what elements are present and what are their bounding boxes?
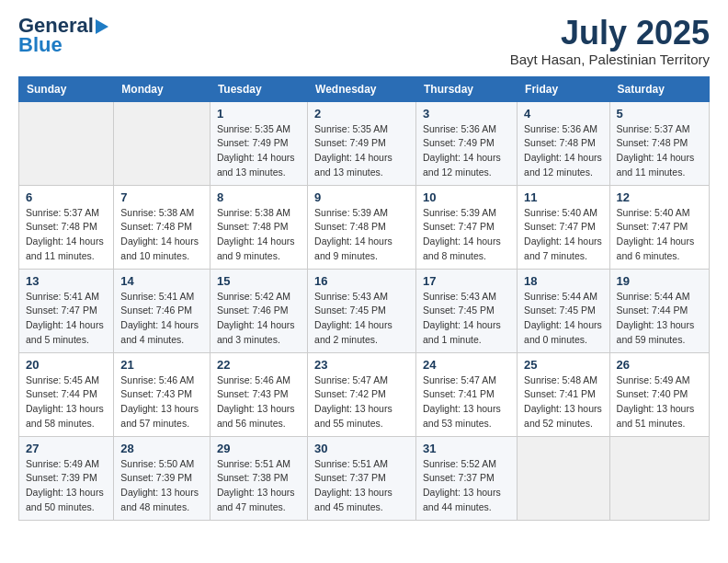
day-cell: 2Sunrise: 5:35 AMSunset: 7:49 PMDaylight… (308, 101, 416, 185)
day-info: Sunrise: 5:44 AMSunset: 7:45 PMDaylight:… (524, 290, 602, 348)
day-number: 6 (26, 190, 107, 204)
day-number: 7 (120, 190, 203, 204)
day-info: Sunrise: 5:37 AMSunset: 7:48 PMDaylight:… (617, 122, 702, 180)
day-info: Sunrise: 5:43 AMSunset: 7:45 PMDaylight:… (423, 290, 510, 348)
day-number: 1 (217, 107, 301, 121)
day-cell: 9Sunrise: 5:39 AMSunset: 7:48 PMDaylight… (308, 185, 416, 269)
day-info: Sunrise: 5:43 AMSunset: 7:45 PMDaylight:… (314, 290, 409, 348)
day-cell: 12Sunrise: 5:40 AMSunset: 7:47 PMDayligh… (609, 185, 709, 269)
header-cell-sunday: Sunday (19, 76, 114, 101)
day-cell: 1Sunrise: 5:35 AMSunset: 7:49 PMDaylight… (210, 101, 307, 185)
title-block: July 2025 Bayt Hasan, Palestinian Territ… (510, 15, 710, 67)
day-number: 31 (423, 442, 510, 455)
day-info: Sunrise: 5:46 AMSunset: 7:43 PMDaylight:… (217, 373, 301, 431)
day-cell: 28Sunrise: 5:50 AMSunset: 7:39 PMDayligh… (114, 436, 210, 520)
day-info: Sunrise: 5:44 AMSunset: 7:44 PMDaylight:… (617, 290, 702, 348)
calendar-body: 1Sunrise: 5:35 AMSunset: 7:49 PMDaylight… (19, 101, 710, 520)
day-info: Sunrise: 5:51 AMSunset: 7:38 PMDaylight:… (217, 457, 301, 515)
day-info: Sunrise: 5:39 AMSunset: 7:47 PMDaylight:… (423, 206, 510, 264)
day-info: Sunrise: 5:36 AMSunset: 7:49 PMDaylight:… (423, 122, 510, 180)
header-cell-monday: Monday (114, 76, 210, 101)
day-number: 17 (423, 274, 510, 288)
day-cell: 22Sunrise: 5:46 AMSunset: 7:43 PMDayligh… (210, 352, 307, 436)
day-info: Sunrise: 5:35 AMSunset: 7:49 PMDaylight:… (314, 122, 409, 180)
day-cell: 17Sunrise: 5:43 AMSunset: 7:45 PMDayligh… (416, 269, 518, 352)
day-cell (518, 436, 609, 520)
day-number: 14 (120, 274, 203, 288)
logo-blue: Blue (18, 33, 63, 57)
day-number: 18 (524, 274, 602, 288)
day-info: Sunrise: 5:37 AMSunset: 7:48 PMDaylight:… (26, 206, 107, 264)
day-number: 28 (120, 442, 203, 455)
day-cell (609, 436, 709, 520)
week-row-4: 20Sunrise: 5:45 AMSunset: 7:44 PMDayligh… (19, 352, 710, 436)
day-cell: 15Sunrise: 5:42 AMSunset: 7:46 PMDayligh… (210, 269, 307, 352)
logo: General Blue (18, 15, 108, 57)
location-title: Bayt Hasan, Palestinian Territory (510, 52, 710, 67)
day-number: 8 (217, 190, 301, 204)
day-info: Sunrise: 5:52 AMSunset: 7:37 PMDaylight:… (423, 457, 510, 515)
day-number: 15 (217, 274, 301, 288)
day-info: Sunrise: 5:47 AMSunset: 7:41 PMDaylight:… (423, 373, 510, 431)
week-row-1: 1Sunrise: 5:35 AMSunset: 7:49 PMDaylight… (19, 101, 710, 185)
header-cell-friday: Friday (518, 76, 609, 101)
day-number: 3 (423, 107, 510, 121)
day-cell: 30Sunrise: 5:51 AMSunset: 7:37 PMDayligh… (308, 436, 416, 520)
day-cell: 21Sunrise: 5:46 AMSunset: 7:43 PMDayligh… (114, 352, 210, 436)
day-cell: 4Sunrise: 5:36 AMSunset: 7:48 PMDaylight… (518, 101, 609, 185)
day-info: Sunrise: 5:48 AMSunset: 7:41 PMDaylight:… (524, 373, 602, 431)
day-info: Sunrise: 5:49 AMSunset: 7:39 PMDaylight:… (26, 457, 107, 515)
header-row: SundayMondayTuesdayWednesdayThursdayFrid… (19, 76, 710, 101)
day-number: 20 (26, 358, 107, 372)
day-number: 2 (314, 107, 409, 121)
day-cell: 5Sunrise: 5:37 AMSunset: 7:48 PMDaylight… (609, 101, 709, 185)
day-cell: 24Sunrise: 5:47 AMSunset: 7:41 PMDayligh… (416, 352, 518, 436)
day-cell: 11Sunrise: 5:40 AMSunset: 7:47 PMDayligh… (518, 185, 609, 269)
day-number: 5 (617, 107, 702, 121)
day-cell: 7Sunrise: 5:38 AMSunset: 7:48 PMDaylight… (114, 185, 210, 269)
day-info: Sunrise: 5:40 AMSunset: 7:47 PMDaylight:… (617, 206, 702, 264)
day-cell: 18Sunrise: 5:44 AMSunset: 7:45 PMDayligh… (518, 269, 609, 352)
day-number: 11 (524, 190, 602, 204)
week-row-3: 13Sunrise: 5:41 AMSunset: 7:47 PMDayligh… (19, 269, 710, 352)
day-number: 13 (26, 274, 107, 288)
day-cell: 3Sunrise: 5:36 AMSunset: 7:49 PMDaylight… (416, 101, 518, 185)
day-number: 22 (217, 358, 301, 372)
calendar-table: SundayMondayTuesdayWednesdayThursdayFrid… (18, 76, 710, 521)
day-number: 27 (26, 442, 107, 455)
day-info: Sunrise: 5:35 AMSunset: 7:49 PMDaylight:… (217, 122, 301, 180)
day-info: Sunrise: 5:36 AMSunset: 7:48 PMDaylight:… (524, 122, 602, 180)
day-cell: 19Sunrise: 5:44 AMSunset: 7:44 PMDayligh… (609, 269, 709, 352)
day-cell (19, 101, 114, 185)
day-number: 9 (314, 190, 409, 204)
day-info: Sunrise: 5:38 AMSunset: 7:48 PMDaylight:… (120, 206, 203, 264)
day-info: Sunrise: 5:47 AMSunset: 7:42 PMDaylight:… (314, 373, 409, 431)
page-header: General Blue July 2025 Bayt Hasan, Pales… (18, 15, 710, 67)
week-row-5: 27Sunrise: 5:49 AMSunset: 7:39 PMDayligh… (19, 436, 710, 520)
day-info: Sunrise: 5:40 AMSunset: 7:47 PMDaylight:… (524, 206, 602, 264)
day-info: Sunrise: 5:49 AMSunset: 7:40 PMDaylight:… (617, 373, 702, 431)
calendar-header: SundayMondayTuesdayWednesdayThursdayFrid… (19, 76, 710, 101)
day-number: 16 (314, 274, 409, 288)
day-info: Sunrise: 5:46 AMSunset: 7:43 PMDaylight:… (120, 373, 203, 431)
header-cell-tuesday: Tuesday (210, 76, 307, 101)
day-info: Sunrise: 5:39 AMSunset: 7:48 PMDaylight:… (314, 206, 409, 264)
day-number: 24 (423, 358, 510, 372)
header-cell-thursday: Thursday (416, 76, 518, 101)
day-cell: 23Sunrise: 5:47 AMSunset: 7:42 PMDayligh… (308, 352, 416, 436)
day-cell (114, 101, 210, 185)
day-cell: 27Sunrise: 5:49 AMSunset: 7:39 PMDayligh… (19, 436, 114, 520)
day-info: Sunrise: 5:41 AMSunset: 7:46 PMDaylight:… (120, 290, 203, 348)
day-cell: 8Sunrise: 5:38 AMSunset: 7:48 PMDaylight… (210, 185, 307, 269)
day-number: 25 (524, 358, 602, 372)
day-cell: 6Sunrise: 5:37 AMSunset: 7:48 PMDaylight… (19, 185, 114, 269)
day-number: 10 (423, 190, 510, 204)
day-info: Sunrise: 5:50 AMSunset: 7:39 PMDaylight:… (120, 457, 203, 515)
day-number: 19 (617, 274, 702, 288)
day-number: 4 (524, 107, 602, 121)
day-info: Sunrise: 5:51 AMSunset: 7:37 PMDaylight:… (314, 457, 409, 515)
day-cell: 26Sunrise: 5:49 AMSunset: 7:40 PMDayligh… (609, 352, 709, 436)
day-info: Sunrise: 5:42 AMSunset: 7:46 PMDaylight:… (217, 290, 301, 348)
day-number: 29 (217, 442, 301, 455)
day-cell: 31Sunrise: 5:52 AMSunset: 7:37 PMDayligh… (416, 436, 518, 520)
